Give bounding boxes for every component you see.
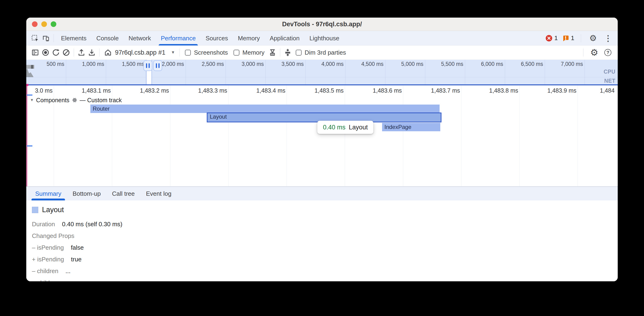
summary-title: Layout: [42, 206, 64, 214]
summary-row-ispending-old: – isPendingfalse: [32, 244, 618, 251]
track-boundary-marker: [26, 85, 27, 186]
screenshots-checkbox[interactable]: Screenshots: [185, 49, 228, 56]
devtools-window: DevTools - 97r6ql.csb.app/ Elements Cons…: [26, 17, 618, 281]
tab-bottom-up[interactable]: Bottom-up: [67, 187, 106, 200]
issue-count: 1: [571, 34, 574, 42]
tab-application[interactable]: Application: [265, 31, 304, 45]
details-tab-bar: Summary Bottom-up Call tree Event log: [26, 186, 618, 200]
shortcuts-compress-icon[interactable]: [282, 46, 293, 59]
ruler-tick: 1,483.1 ms: [64, 87, 111, 94]
download-profile-icon[interactable]: [86, 46, 97, 59]
tab-network[interactable]: Network: [124, 31, 156, 45]
tab-summary[interactable]: Summary: [30, 187, 67, 200]
ruler-tick: 1,483.3 ms: [180, 87, 227, 94]
event-color-swatch: [32, 207, 38, 213]
flame-bar-indexpage[interactable]: IndexPage: [382, 123, 440, 131]
collect-garbage-icon[interactable]: [267, 46, 278, 59]
net-label: NET: [604, 78, 616, 84]
ruler-tick: 1,483.9 ms: [530, 87, 576, 94]
device-toolbar-icon[interactable]: [40, 31, 51, 45]
track-scroll-marker: [27, 94, 32, 96]
divider: [280, 48, 280, 56]
issue-icon: [562, 35, 569, 42]
inspect-element-icon[interactable]: [30, 31, 40, 45]
flame-chart[interactable]: 3.0 ms 1,483.1 ms 1,483.2 ms 1,483.3 ms …: [26, 85, 618, 186]
react-atom-icon: [72, 97, 78, 103]
summary-pane: Layout Duration0.40 ms (self 0.30 ms) Ch…: [26, 200, 618, 281]
ruler-tick: 1,483.4 ms: [238, 87, 286, 94]
capture-settings-gear-icon[interactable]: ⚙: [589, 46, 600, 59]
reload-and-record-icon[interactable]: [51, 46, 61, 59]
interactions-marker: [26, 65, 34, 69]
memory-checkbox[interactable]: Memory: [234, 49, 264, 56]
titlebar: DevTools - 97r6ql.csb.app/: [26, 17, 618, 31]
ruler-tick: 1,483.6 ms: [355, 87, 402, 94]
selection-right-handle[interactable]: [153, 60, 162, 71]
divider: [74, 48, 74, 56]
tab-console[interactable]: Console: [91, 31, 124, 45]
summary-row-children-new: + children...: [32, 279, 618, 281]
ruler-tick: 3.0 ms: [26, 87, 52, 94]
ruler-tick: 1,483.2 ms: [122, 87, 169, 94]
divider: [54, 34, 54, 42]
performance-toolbar: 97r6ql.csb.app #1 ▼ Screenshots Memory: [26, 45, 618, 60]
ruler-tick: 1,483.5 ms: [297, 87, 344, 94]
tab-elements[interactable]: Elements: [56, 31, 91, 45]
active-tab-underline: [159, 44, 198, 45]
target-selector-value: 97r6ql.csb.app #1: [115, 49, 166, 56]
issues-badge[interactable]: 1: [562, 34, 574, 42]
tab-event-log[interactable]: Event log: [140, 187, 177, 200]
divider: [99, 48, 100, 56]
ruler-tick: 1,483.8 ms: [471, 87, 518, 94]
console-errors-badge[interactable]: 1: [546, 34, 558, 42]
error-icon: [546, 35, 552, 42]
tab-lighthouse[interactable]: Lighthouse: [305, 31, 344, 45]
checkbox-box: [234, 50, 240, 55]
clear-icon[interactable]: [61, 46, 71, 59]
marker-square: [26, 84, 28, 86]
net-separator: [26, 77, 618, 77]
tab-call-tree[interactable]: Call tree: [106, 187, 140, 200]
ruler-tick: 1,484: [600, 87, 618, 94]
chevron-down-icon: ▼: [171, 50, 175, 55]
track-scroll-marker: [27, 145, 32, 147]
summary-row-duration: Duration0.40 ms (self 0.30 ms): [32, 221, 618, 228]
track-suffix: — Custom track: [80, 97, 122, 104]
cpu-label: CPU: [604, 69, 615, 75]
divider: [583, 48, 584, 56]
record-icon[interactable]: [40, 46, 51, 59]
tab-memory[interactable]: Memory: [233, 31, 265, 45]
summary-row-children-old: – children...: [32, 268, 618, 275]
toggle-sidebar-icon[interactable]: [30, 46, 40, 59]
event-tooltip: 0.40 ms Layout: [317, 121, 374, 134]
overview-tick: 7,000 ms: [536, 61, 583, 67]
ruler-tick: 1,483.7 ms: [413, 87, 460, 94]
kebab-menu-icon[interactable]: ⋮: [603, 31, 614, 45]
overview-detail-divider[interactable]: [26, 84, 618, 85]
upload-profile-icon[interactable]: [76, 46, 86, 59]
selection-left-handle[interactable]: [144, 60, 152, 71]
checkbox-box: [296, 50, 302, 55]
window-title: DevTools - 97r6ql.csb.app/: [26, 21, 618, 28]
chevron-expanded-icon[interactable]: ▼: [30, 98, 34, 102]
dim-3rd-parties-checkbox[interactable]: Dim 3rd parties: [296, 49, 346, 56]
tooltip-duration: 0.40 ms: [323, 124, 346, 131]
tab-sources[interactable]: Sources: [201, 31, 233, 45]
checkbox-box: [185, 50, 191, 55]
components-track-header[interactable]: ▼ Components — Custom track: [30, 97, 122, 104]
settings-gear-icon[interactable]: ⚙: [588, 31, 598, 45]
tooltip-label: Layout: [349, 124, 368, 131]
help-icon[interactable]: ?: [603, 46, 613, 59]
summary-row-ispending-new: + isPendingtrue: [32, 256, 618, 263]
home-icon: [104, 49, 112, 56]
flame-bar-router[interactable]: Router: [90, 105, 440, 113]
timeline-overview[interactable]: 500 ms 1,000 ms 1,500 ms 2,000 ms 2,500 …: [26, 60, 618, 84]
divider: [581, 34, 581, 42]
target-selector-dropdown[interactable]: 97r6ql.csb.app #1 ▼: [102, 49, 177, 56]
error-count: 1: [554, 34, 558, 42]
tab-performance[interactable]: Performance: [156, 31, 201, 45]
track-name: Components: [36, 97, 70, 104]
divider: [180, 48, 180, 56]
panel-tab-bar: Elements Console Network Performance Sou…: [26, 31, 618, 45]
summary-row-changed-props: Changed Props: [32, 232, 618, 240]
